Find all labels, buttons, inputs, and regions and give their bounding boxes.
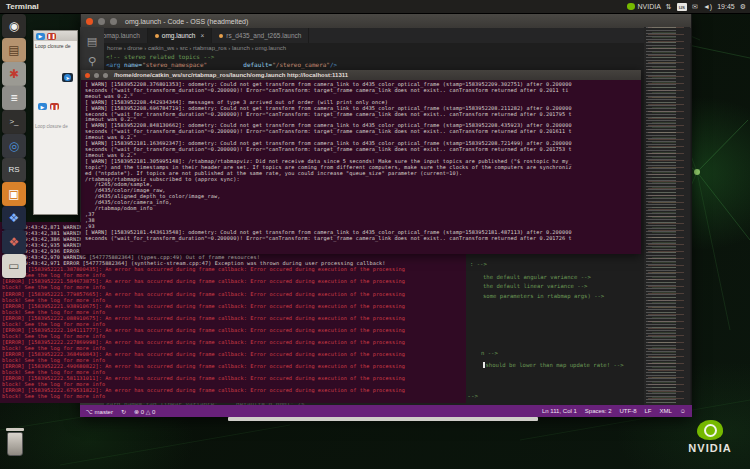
code-window-title: omg.launch - Code - OSS (headmelted) <box>125 18 248 25</box>
code-fragment: the default angular variance --> <box>483 274 591 280</box>
terminal-maximize-button[interactable] <box>103 73 108 78</box>
code-line: 86<arg name="stereo_namespace" default="… <box>81 61 691 69</box>
loop-closure-panel[interactable]: ▶ ❚❚ Loop closure de ▶ ❚❚ Loop closure d… <box>33 30 78 215</box>
search-icon[interactable]: ⚲ <box>80 51 104 71</box>
status-item[interactable]: Ln 111, Col 1 <box>542 408 577 414</box>
launcher-item-ubuntu-dash[interactable]: ◉ <box>2 14 26 38</box>
maximize-button[interactable] <box>110 18 117 25</box>
window-edge-bar <box>228 417 538 421</box>
terminal-line: [ERROR] [1583952221.938910675]: An error… <box>2 303 466 309</box>
launcher-item-screenshot-tool[interactable]: ▣ <box>2 182 26 206</box>
rqt-graph-2-icon: ❖ <box>9 236 20 248</box>
active-app-title[interactable]: Terminal <box>6 2 39 11</box>
terminal-line: block! See the log for more info <box>2 393 466 399</box>
status-item[interactable]: UTF-8 <box>620 408 637 414</box>
terminal-window-roslaunch[interactable]: /home/drone/catkin_ws/src/rtabmap_ros/la… <box>81 70 641 254</box>
launcher-item-disks[interactable]: ▭ <box>2 254 26 278</box>
terminal-line: seconds ("wait_for_transform_duration"=0… <box>85 112 641 118</box>
tray-item-[interactable]: ⚙ <box>740 3 746 11</box>
terminal-title: /home/drone/catkin_ws/src/rtabmap_ros/la… <box>114 72 348 78</box>
code-top-lines: 85<!-- stereo related topics -->86<arg n… <box>81 52 691 68</box>
text-editor-icon: ≡ <box>10 92 17 104</box>
terminal-output: [ WARN] [1583952208.376801353]: odometry… <box>81 80 641 241</box>
status-bar: ⌥ master↻⊗ 0 △ 0 Ln 111, Col 1Spaces: 2U… <box>80 405 692 417</box>
terminal-line: [ERROR] [1583952221.779857665]: An error… <box>2 291 466 297</box>
loop-panel-title: Loop closure de <box>34 41 77 51</box>
terminal-line: seconds ("wait_for_transform_duration"=0… <box>85 88 641 94</box>
pause-icon[interactable]: ❚❚ <box>47 33 56 40</box>
terminal-line: seconds ("wait_for_transform_duration"=0… <box>85 129 641 135</box>
launcher-item-text-editor[interactable]: ≡ <box>2 86 26 110</box>
launcher-item-files[interactable]: ▤ <box>2 38 26 62</box>
tray-item-nvidia[interactable]: NVIDIA <box>627 3 660 10</box>
status-left: ⌥ master↻⊗ 0 △ 0 <box>86 408 155 415</box>
tray-item-1945[interactable]: 19:45 <box>717 3 735 10</box>
launcher-item-browser[interactable]: ◎ <box>2 134 26 158</box>
files-icon: ▤ <box>8 44 19 56</box>
terminal-titlebar[interactable]: /home/drone/catkin_ws/src/rtabmap_ros/la… <box>81 70 641 80</box>
status-item[interactable]: ⌥ master <box>86 408 113 415</box>
desktop: NVIDIA omg.launch - Code - OSS (headmelt… <box>0 0 750 469</box>
nvidia-logo: NVIDIA <box>672 420 748 465</box>
realsense-viewer-icon: RS <box>8 166 19 174</box>
status-item[interactable]: ⊗ 0 △ 0 <box>134 408 155 415</box>
terminal-line: [ERROR] [1583952222.104111777]: An error… <box>2 327 466 333</box>
launcher-item-rqt-graph-2[interactable]: ❖ <box>2 230 26 254</box>
status-right: Ln 111, Col 1Spaces: 2UTF-8LFXML☺ <box>542 408 686 414</box>
close-button[interactable] <box>86 18 93 25</box>
tray-item-[interactable]: ⇅ <box>666 3 672 11</box>
editor-tabbar: rtabmap.launchomg.launch×rs_d435_and_t26… <box>81 28 691 43</box>
code-fragment: the default linear variance --> <box>483 283 587 289</box>
tab-rs_d435_and_t265.launch[interactable]: rs_d435_and_t265.launch <box>212 28 309 43</box>
status-item[interactable]: ↻ <box>121 408 126 415</box>
play-icon-2[interactable]: ▶ <box>38 103 47 110</box>
loop-panel-toolbar: ▶ ❚❚ <box>34 31 77 41</box>
minimap[interactable] <box>644 27 690 405</box>
launcher-item-system-settings[interactable]: ✱ <box>2 62 26 86</box>
tray-item-us[interactable]: us <box>677 3 687 11</box>
pause-icon-2[interactable]: ❚❚ <box>50 103 59 110</box>
status-item[interactable]: XML <box>660 408 672 414</box>
disks-icon: ▭ <box>8 260 19 272</box>
launcher-item-rqt-graph[interactable]: ❖ <box>2 206 26 230</box>
nvidia-logo-text: NVIDIA <box>672 442 748 454</box>
code-fragment: should be lower than map update rate! --… <box>483 362 624 368</box>
file-icon <box>219 34 223 38</box>
tab-label: rs_d435_and_t265.launch <box>226 32 301 39</box>
play-icon[interactable]: ▶ <box>36 33 45 40</box>
tray-item-[interactable]: ◄) <box>703 3 712 10</box>
ubuntu-dash-icon: ◉ <box>9 20 19 32</box>
code-line: 85<!-- stereo related topics --> <box>81 53 691 61</box>
tray-item-[interactable]: ✉ <box>692 3 698 11</box>
system-settings-icon: ✱ <box>9 68 19 80</box>
trash-icon[interactable] <box>4 428 26 458</box>
code-window-titlebar[interactable]: omg.launch - Code - OSS (headmelted) <box>81 14 691 28</box>
terminal-line: seconds ("wait_for_transform_duration"=0… <box>85 147 641 153</box>
code-fragment: n --> <box>481 350 498 356</box>
terminal-line: [ERROR] [1583952222.088910675]: An error… <box>2 315 466 321</box>
system-tray: NVIDIA⇅us✉◄)19:45⚙ <box>627 3 746 11</box>
tab-omg.launch[interactable]: omg.launch× <box>148 28 212 43</box>
status-item[interactable]: LF <box>645 408 652 414</box>
breadcrumb[interactable]: home › drone › catkin_ws › src › rtabmap… <box>81 43 691 52</box>
nvidia-eye-icon <box>697 420 723 440</box>
nvidia-eye-icon <box>627 3 635 10</box>
launcher-item-terminal[interactable]: >_ <box>2 110 26 134</box>
notification-badge-icon: ➤ <box>62 73 73 82</box>
text-cursor <box>483 362 485 368</box>
code-fragment: some parameters in rtabmap args) --> <box>483 293 604 299</box>
explorer-icon[interactable]: ▤ <box>80 31 104 51</box>
file-icon <box>155 34 159 38</box>
terminal-minimize-button[interactable] <box>94 73 99 78</box>
status-item[interactable]: Spaces: 2 <box>585 408 612 414</box>
terminal-close-button[interactable] <box>85 73 90 78</box>
launcher-item-realsense-viewer[interactable]: RS <box>2 158 26 182</box>
code-fragment: : --> <box>470 261 487 267</box>
minimize-button[interactable] <box>98 18 105 25</box>
rqt-graph-icon: ❖ <box>9 212 20 224</box>
tab-close-icon[interactable]: × <box>200 32 204 39</box>
loop-panel-subtitle: Loop closure de <box>34 110 77 129</box>
browser-icon: ◎ <box>9 140 19 152</box>
top-menubar: Terminal NVIDIA⇅us✉◄)19:45⚙ <box>0 0 750 14</box>
status-item[interactable]: ☺ <box>680 408 686 414</box>
